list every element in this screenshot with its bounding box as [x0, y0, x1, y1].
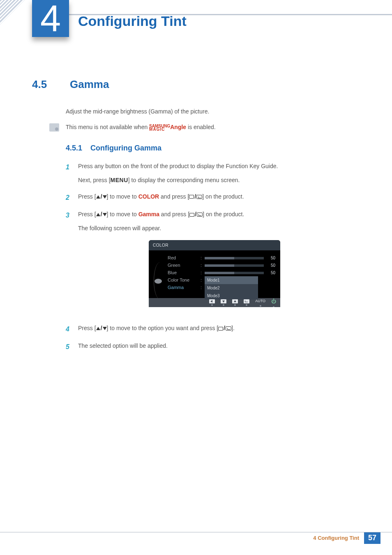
enter-icon	[226, 326, 231, 331]
step1b-suffix: ] to display the corresponding menu scre…	[128, 177, 240, 183]
triangle-down-icon	[103, 195, 107, 199]
osd-up-icon[interactable]	[232, 299, 238, 303]
s4-mid: ] to move to the option you want and pre…	[107, 325, 219, 331]
note-prefix: This menu is not available when	[66, 124, 149, 130]
step-4-text: Press [/] to move to the option you want…	[78, 324, 360, 335]
step-number: 3	[66, 210, 71, 317]
s2-mid1: ] to move to	[107, 193, 138, 200]
step1b-prefix: Next, press [	[78, 177, 111, 183]
step-1: 1 Press any button on the front of the p…	[66, 162, 360, 185]
osd-title: COLOR	[149, 240, 280, 250]
triangle-up-icon	[96, 195, 100, 199]
source-enter-glyph: /	[189, 192, 202, 202]
source-enter-glyph: /	[218, 324, 231, 333]
content-area: 4.5 Gamma Adjust the mid-range brightnes…	[32, 78, 360, 359]
osd-label-colortone: Color Tone	[168, 276, 198, 284]
step-number: 1	[66, 162, 71, 185]
color-keyword: COLOR	[138, 193, 159, 200]
section-heading: 4.5 Gamma	[32, 78, 360, 91]
osd-slider-blue[interactable]	[205, 272, 264, 274]
osd-option-mode2[interactable]: Mode2	[205, 284, 258, 292]
osd-auto-label[interactable]: AUTO	[255, 298, 265, 304]
step-2-text: Press [/] to move to COLOR and press [/]…	[78, 192, 360, 203]
footer-page-number: 57	[364, 532, 380, 544]
up-down-glyph: /	[96, 210, 107, 220]
s2-post: ] on the product.	[202, 193, 244, 200]
enter-icon	[196, 195, 202, 199]
chapter-number-badge: 4	[32, 0, 69, 37]
note-text: This menu is not available when SAMSUNGM…	[66, 124, 216, 131]
osd-down-icon[interactable]	[221, 299, 226, 303]
osd-enter-icon[interactable]	[244, 299, 249, 303]
section-title: Gamma	[70, 78, 109, 91]
triangle-down-icon	[103, 327, 107, 330]
s3-post: ] on the product.	[203, 211, 244, 217]
step-3-line-a: Press [/] to move to Gamma and press [/]…	[78, 210, 360, 220]
source-icon	[218, 327, 223, 331]
source-icon	[189, 213, 194, 217]
angle-keyword: Angle	[170, 124, 186, 130]
menu-keyword: MENU	[111, 177, 128, 183]
osd-option-mode1[interactable]: Mode1	[205, 276, 258, 284]
step-5: 5 The selected option will be applied.	[66, 341, 360, 352]
step-5-text: The selected option will be applied.	[78, 341, 360, 352]
osd-row-red: Red: 50	[168, 254, 275, 262]
osd-label-blue: Blue	[168, 269, 198, 277]
osd-value-blue: 50	[266, 269, 275, 276]
gamma-keyword: Gamma	[138, 211, 159, 217]
section-number: 4.5	[32, 78, 57, 91]
subsection-heading: 4.5.1 Configuring Gamma	[66, 144, 360, 153]
chapter-title: Configuring Tint	[78, 13, 187, 29]
enter-icon	[197, 213, 203, 217]
s2-pre: Press [	[78, 193, 96, 200]
triangle-up-icon	[96, 213, 100, 216]
osd-slider-green[interactable]	[205, 264, 264, 267]
osd-value-green: 50	[266, 262, 275, 269]
intro-paragraph: Adjust the mid-range brightness (Gamma) …	[66, 107, 360, 116]
step-number: 5	[66, 341, 71, 352]
corner-decoration	[0, 0, 25, 25]
osd-row-gamma: Gamma: Mode1 Mode2 Mode3	[168, 284, 275, 291]
note-callout: This menu is not available when SAMSUNGM…	[49, 123, 360, 132]
s3-mid2: and press [	[159, 211, 189, 217]
samsung-magic-logo: SAMSUNGMAGIC	[149, 125, 170, 131]
s4-post: ].	[231, 325, 235, 331]
palette-icon	[154, 279, 162, 284]
osd-screenshot: COLOR Red: 50	[149, 240, 280, 307]
osd-label-green: Green	[168, 261, 198, 269]
osd-row-blue: Blue: 50	[168, 269, 275, 277]
step-list: 1 Press any button on the front of the p…	[66, 162, 360, 352]
step-3-line-b: The following screen will appear.	[78, 224, 360, 234]
page-footer: 4 Configuring Tint 57	[0, 532, 392, 543]
s3-mid1: ] to move to	[107, 211, 138, 217]
subsection-number: 4.5.1	[66, 144, 82, 153]
s2-mid2: and press [	[159, 193, 189, 200]
osd-slider-red[interactable]	[205, 257, 264, 259]
note-suffix: is enabled.	[186, 124, 216, 130]
step-number: 4	[66, 324, 71, 335]
triangle-up-icon	[96, 327, 100, 330]
step-4: 4 Press [/] to move to the option you wa…	[66, 324, 360, 335]
source-enter-glyph: /	[189, 210, 203, 220]
samsung-magic-bottom: MAGIC	[149, 127, 165, 132]
subsection-title: Configuring Gamma	[90, 144, 161, 153]
source-icon	[189, 195, 194, 199]
step-2: 2 Press [/] to move to COLOR and press […	[66, 192, 360, 203]
osd-label-gamma: Gamma	[168, 284, 198, 291]
step-1-line-a: Press any button on the front of the pro…	[78, 162, 360, 171]
osd-back-icon[interactable]	[209, 299, 215, 303]
osd-gamma-dropdown[interactable]: Mode1 Mode2 Mode3	[205, 276, 258, 300]
osd-label-red: Red	[168, 254, 198, 262]
s3-pre: Press [	[78, 211, 96, 217]
footer-chapter-label: 4 Configuring Tint	[313, 535, 359, 541]
osd-option-mode3[interactable]: Mode3	[205, 292, 258, 300]
up-down-glyph: /	[96, 324, 107, 333]
osd-footer: AUTO ⏻	[149, 298, 280, 307]
step-1-line-b: Next, press [MENU] to display the corres…	[78, 176, 360, 185]
up-down-glyph: /	[96, 192, 107, 202]
s4-pre: Press [	[78, 325, 96, 331]
osd-row-green: Green: 50	[168, 262, 275, 269]
osd-power-icon[interactable]: ⏻	[271, 297, 276, 305]
osd-value-red: 50	[266, 254, 275, 261]
step-number: 2	[66, 192, 71, 203]
